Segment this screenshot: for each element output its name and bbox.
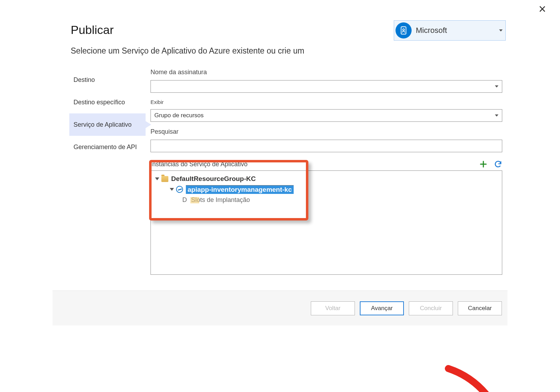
view-label: Exibir <box>150 99 506 105</box>
chevron-down-icon <box>499 29 503 31</box>
folder-icon <box>161 176 168 182</box>
subscription-label: Nome da assinatura <box>150 69 506 76</box>
account-name: Microsoft <box>416 26 495 35</box>
slot-label: Slots de Implantação <box>191 196 250 204</box>
account-selector[interactable]: Microsoft <box>394 20 506 41</box>
step-gerenciamento-api[interactable]: Gerenciamento de API <box>69 136 146 158</box>
tree-deployment-slots[interactable]: D Slots de Implantação <box>151 195 502 205</box>
tree-resource-group[interactable]: DefaultResourceGroup-KC <box>151 174 502 184</box>
cancel-button[interactable]: Cancelar <box>458 301 502 315</box>
page-subtitle: Selecione um Serviço de Aplicativo do Az… <box>71 46 304 56</box>
next-button[interactable]: Avançar <box>360 301 404 315</box>
badge-icon <box>396 22 412 38</box>
slot-prefix: D <box>182 196 187 204</box>
back-button[interactable]: Voltar <box>311 301 355 315</box>
close-icon[interactable]: × <box>539 3 546 15</box>
expand-icon[interactable] <box>170 188 174 191</box>
chevron-down-icon <box>495 85 498 88</box>
step-destino-especifico[interactable]: Destino específico <box>69 91 146 113</box>
resource-group-name: DefaultResourceGroup-KC <box>171 175 256 183</box>
view-value: Grupo de recursos <box>154 112 204 119</box>
step-destino[interactable]: Destino <box>69 69 146 91</box>
content-area: Nome da assinatura Exibir Grupo de recur… <box>150 69 506 275</box>
expand-icon[interactable] <box>155 177 159 180</box>
dialog-footer: Voltar Avançar Concluir Cancelar <box>52 290 507 326</box>
tree-app-instance[interactable]: apiapp-inventorymanagement-kc <box>151 184 502 195</box>
refresh-icon[interactable] <box>494 160 502 168</box>
search-input[interactable] <box>150 140 502 152</box>
finish-button[interactable]: Concluir <box>409 301 453 315</box>
wizard-steps: Destino Destino específico Serviço de Ap… <box>69 69 146 158</box>
page-title: Publicar <box>71 23 114 37</box>
publish-dialog: × Publicar Selecione um Serviço de Aplic… <box>52 4 507 326</box>
app-service-icon <box>176 186 183 193</box>
search-label: Pesquisar <box>150 128 506 135</box>
svg-point-1 <box>402 29 404 30</box>
annotation-arrow <box>438 365 508 392</box>
app-name: apiapp-inventorymanagement-kc <box>186 185 294 194</box>
instances-label: Instâncias do Serviço de Aplicativo <box>150 161 247 168</box>
subscription-select[interactable] <box>150 80 502 93</box>
chevron-down-icon <box>495 114 498 117</box>
step-servico-aplicativo[interactable]: Serviço de Aplicativo <box>69 113 146 136</box>
view-select[interactable]: Grupo de recursos <box>150 109 502 122</box>
add-icon[interactable] <box>479 160 488 168</box>
instances-tree[interactable]: DefaultResourceGroup-KC apiapp-inventory… <box>150 170 502 275</box>
